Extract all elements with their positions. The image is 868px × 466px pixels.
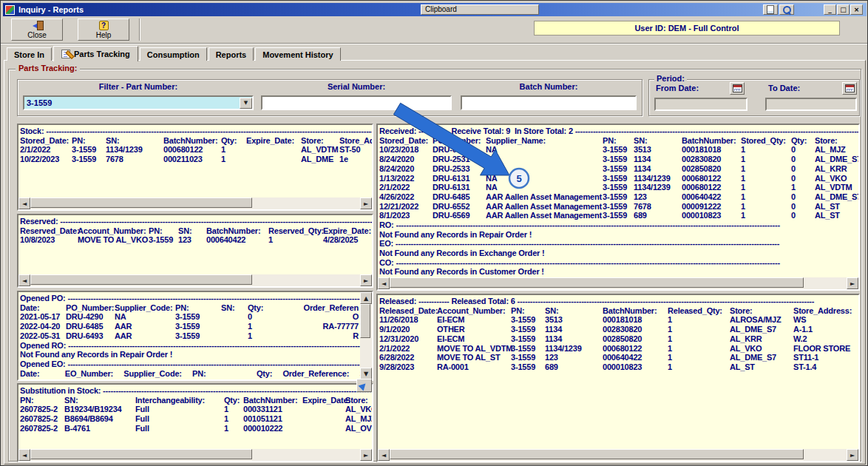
scroll-right-button[interactable]: ► [360, 197, 372, 209]
table-row[interactable]: 11/26/2018EI-ECM3-155935130001810181ALRO… [379, 315, 858, 325]
scroll-thumb[interactable] [390, 277, 804, 288]
table-row[interactable]: 2/1/2022MOVE TO AL_VDTM3-15591134/123900… [379, 344, 858, 354]
scroll-track[interactable] [30, 197, 360, 209]
released-horizontal-scrollbar[interactable]: ◄ ► [378, 449, 858, 461]
table-row[interactable]: 2/1/20223-15591134/12390006801221AL_VDTM… [20, 145, 372, 155]
table-cell: 000331121 [243, 405, 302, 414]
table-cell: AAR [115, 322, 175, 331]
scroll-right-button[interactable]: ► [360, 274, 372, 286]
period-label: Period: [654, 74, 687, 83]
table-cell: 1 [791, 183, 815, 192]
scroll-thumb[interactable] [30, 449, 252, 459]
minimize-button[interactable]: _ [824, 4, 836, 15]
scroll-thumb[interactable] [30, 197, 252, 208]
table-cell: A-1.1 [793, 325, 858, 334]
table-row[interactable]: 6/28/2022MOVE TO AL_ST3-1559123000640422… [379, 353, 858, 362]
scroll-up-button[interactable]: ▲ [360, 292, 372, 304]
table-row[interactable]: 2607825-2B-4761Full1000010222AL_OVB_S7 [20, 424, 372, 433]
maximize-button[interactable]: □ [837, 4, 850, 15]
table-row[interactable]: 9/1/2020OTHER3-155911340028308201AL_DME_… [379, 325, 858, 334]
column-header: BatchNumber: [603, 306, 668, 316]
table-row[interactable]: 2022-05-31DRU-6493AAR3-15591R [20, 331, 360, 341]
scroll-left-button[interactable]: ◄ [378, 449, 390, 461]
document-tool-button[interactable] [763, 4, 778, 15]
help-button[interactable]: ? Help [78, 18, 129, 41]
minimize-icon: _ [828, 6, 832, 13]
scroll-thumb[interactable] [30, 274, 252, 285]
chevron-down-icon[interactable]: ▼ [240, 98, 252, 109]
table-row[interactable]: 8/1/2023DRU-6569AAR Aallen Asset Managem… [379, 211, 858, 220]
magnifier-tool-button[interactable] [779, 4, 794, 15]
table-row[interactable]: 4/26/2022DRU-6485AAR Aallen Asset Manage… [379, 192, 858, 202]
serial-number-input[interactable] [261, 95, 452, 110]
stock-horizontal-scrollbar[interactable]: ◄ ► [18, 197, 372, 209]
scroll-thumb[interactable] [360, 304, 370, 338]
table-cell: 000640422 [603, 353, 668, 362]
tab-movement-history[interactable]: Movement History [255, 47, 340, 61]
close-button[interactable]: Close [11, 18, 63, 41]
scroll-right-button[interactable]: ► [360, 449, 372, 461]
scroll-thumb[interactable] [390, 449, 804, 459]
table-row[interactable]: 9/28/2023RA-00013-15596890000108231AL_ST… [379, 362, 858, 372]
table-cell: 0 [791, 145, 815, 155]
scroll-left-button[interactable]: ◄ [378, 277, 390, 289]
detail-arrow-button[interactable] [356, 379, 372, 392]
table-row[interactable]: 10/8/2023MOVE TO AL_VKO3-155912300064042… [20, 235, 372, 245]
scroll-left-button[interactable]: ◄ [18, 449, 30, 461]
reserved-horizontal-scrollbar[interactable]: ◄ ► [18, 274, 372, 286]
table-row[interactable]: 2/1/2022DRU-6131NA3-15591134/12390006801… [379, 183, 858, 192]
batch-number-input[interactable] [461, 95, 637, 110]
table-row[interactable]: 2021-05-17DRU-4290NA3-15590O [20, 312, 360, 322]
table-row[interactable]: 2607825-2B8694/B8694Full1001051121AL_MJZ [20, 414, 372, 424]
column-header: PN: [175, 303, 221, 313]
scroll-track[interactable] [30, 449, 360, 461]
table-row[interactable]: 8/24/2020DRU-25333-1559113400285082010AL… [379, 164, 858, 174]
tab-consumption[interactable]: Consumption [140, 47, 207, 61]
scroll-left-button[interactable]: ◄ [18, 274, 30, 286]
from-date-calendar-button[interactable] [730, 82, 745, 95]
received-horizontal-scrollbar[interactable]: ◄ ► [378, 277, 858, 289]
table-cell: FLOOR STORE [793, 344, 858, 354]
table-row[interactable]: 2022-04-20DRU-6485AAR3-15591RA-77777 [20, 322, 360, 331]
to-date-calendar-button[interactable] [842, 82, 857, 95]
table-cell: 2022-05-31 [20, 331, 66, 341]
table-row[interactable]: 12/21/2022DRU-6552AAR Aallen Asset Manag… [379, 202, 858, 212]
from-date-input[interactable] [654, 98, 747, 111]
tab-parts-tracking[interactable]: Parts Tracking [53, 46, 138, 61]
table-row[interactable]: 2607825-2B19234/B19234Full1000331121AL_V… [20, 405, 372, 414]
scroll-track[interactable] [390, 277, 847, 289]
scroll-track[interactable] [30, 274, 360, 286]
scroll-down-button[interactable]: ▼ [360, 368, 372, 379]
table-cell: 3-1559 [72, 145, 106, 155]
column-header: PN: [603, 136, 634, 146]
tab-reports[interactable]: Reports [208, 47, 254, 61]
table-cell: AAR Aallen Asset Management [486, 202, 603, 212]
table-row[interactable]: 1/13/2022DRU-6131NA3-15591134/1239000680… [379, 174, 858, 183]
scroll-right-button[interactable]: ► [847, 449, 858, 461]
opened-eo-title: Opened EO: -----------------------------… [20, 359, 360, 369]
part-number-combo[interactable]: 3-1559 ▼ [23, 95, 254, 110]
table-cell: 123 [545, 353, 603, 362]
user-id-badge: User ID: DEM - Full Control [534, 21, 840, 36]
table-cell: 2022-04-20 [20, 322, 66, 331]
scroll-right-button[interactable]: ► [847, 277, 858, 289]
scroll-track[interactable] [390, 449, 847, 461]
substitution-horizontal-scrollbar[interactable]: ◄ ► [18, 449, 372, 461]
table-row[interactable]: 12/31/2020EI-ECM3-155911340028508201AL_K… [379, 334, 858, 344]
tab-label: Parts Tracking [74, 50, 130, 58]
table-row[interactable]: 8/24/2020DRU-25313-1559113400283082010AL… [379, 155, 858, 164]
tab-store-in[interactable]: Store In [7, 47, 52, 61]
table-cell: NA [115, 312, 175, 322]
parts-tracking-tab-icon [61, 50, 70, 58]
table-row[interactable]: 10/23/2018DRU-05..NA3-155935130001810181… [379, 145, 858, 155]
opened-po-vertical-scrollbar[interactable]: ▲ ▼ [360, 292, 372, 379]
received-panel: Received: ------------ Receive Total: 9 … [376, 124, 860, 291]
table-row[interactable]: 10/22/20233-155976780002110231AL_DME1e [20, 155, 372, 164]
to-date-input[interactable] [765, 98, 857, 111]
table-cell: 1 [741, 202, 791, 212]
scroll-track[interactable] [360, 304, 372, 368]
scroll-left-button[interactable]: ◄ [18, 197, 30, 209]
table-cell: W.2 [793, 334, 858, 344]
close-window-button[interactable]: × [850, 4, 863, 15]
table-cell: B19234/B19234 [64, 405, 135, 414]
